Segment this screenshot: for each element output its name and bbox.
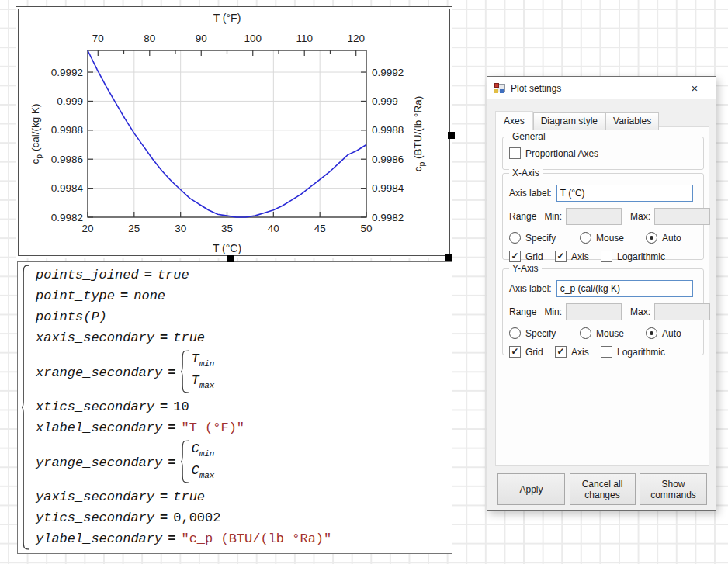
y-tick-label: 0.9982 xyxy=(51,212,83,223)
y-axis-title: cp (cal/(kg K) xyxy=(29,104,43,164)
y-mouse-radio[interactable] xyxy=(580,327,591,339)
vector-item: Cmax xyxy=(191,462,214,484)
x-mouse-radio[interactable] xyxy=(580,232,591,244)
code-value: 0,0002 xyxy=(173,510,220,525)
y-specify-radio[interactable] xyxy=(509,327,521,339)
close-button[interactable]: × xyxy=(678,77,712,99)
y-axis-checkbox[interactable]: ✓ xyxy=(555,346,567,358)
code-line-point_type[interactable]: point_type=none xyxy=(36,285,449,306)
cancel-all-changes-button[interactable]: Cancel all changes xyxy=(570,473,636,505)
apply-button[interactable]: Apply xyxy=(497,473,565,505)
code-line-xlabel_secondary[interactable]: xlabel_secondary="T (°F)" xyxy=(36,417,449,438)
dialog-titlebar[interactable]: Plot settings × xyxy=(487,77,716,99)
x-axis-checkbox[interactable]: ✓ xyxy=(555,251,567,262)
x-axis-check-label: Axis xyxy=(571,251,595,262)
tab-variables[interactable]: Variables xyxy=(605,112,659,130)
x-specify-radio[interactable] xyxy=(509,232,521,244)
x2-tick-label: 90 xyxy=(196,33,207,44)
code-line-ytics_secondary[interactable]: ytics_secondary=0,0002 xyxy=(36,507,449,528)
drag-handle-right[interactable] xyxy=(448,132,455,139)
vector-brace xyxy=(181,350,191,395)
tab-diagram-style[interactable]: Diagram style xyxy=(533,112,605,130)
x2-tick-label: 70 xyxy=(92,33,104,44)
code-line-yrange_secondary[interactable]: yrange_secondary=CminCmax xyxy=(36,438,449,486)
code-line-xtics_secondary[interactable]: xtics_secondary=10 xyxy=(36,396,449,417)
code-identifier: yrange_secondary xyxy=(36,455,162,470)
code-value: none xyxy=(133,289,165,303)
x-axis-label-input[interactable] xyxy=(556,185,693,202)
code-line-yaxis_secondary[interactable]: yaxis_secondary=true xyxy=(36,486,449,507)
y2-tick-label: 0.9982 xyxy=(372,212,404,223)
code-line-points[interactable]: points(P) xyxy=(36,306,449,327)
maximize-button[interactable] xyxy=(643,77,678,99)
y-axis-label-input[interactable] xyxy=(556,280,693,297)
x2-tick-label: 80 xyxy=(144,33,155,44)
x-log-checkbox[interactable]: ✓ xyxy=(601,251,612,262)
x-specify-label: Specify xyxy=(525,233,574,244)
vector-item-subscript: max xyxy=(199,381,215,390)
drag-handle-bottom[interactable] xyxy=(227,255,234,262)
code-identifier: points_joined xyxy=(36,268,139,282)
math-region[interactable]: points_joined=truepoint_type=nonepoints(… xyxy=(17,261,452,554)
show-commands-button[interactable]: Show commands xyxy=(640,473,707,505)
x-auto-radio[interactable] xyxy=(646,232,657,244)
code-line-ylabel_secondary[interactable]: ylabel_secondary="c_p (BTU/(lb °Ra)" xyxy=(36,528,449,549)
tab-strip: Axes Diagram style Variables xyxy=(495,110,659,130)
code-identifier: point_type xyxy=(36,289,115,303)
vector-item: Tmin xyxy=(191,351,214,372)
close-icon: × xyxy=(692,82,699,94)
x-tick-label: 40 xyxy=(268,223,279,234)
x2-tick-label: 100 xyxy=(244,33,262,44)
x-tick-label: 25 xyxy=(128,223,140,234)
y2-tick-label: 0.9988 xyxy=(372,124,404,136)
code-identifier: ylabel_secondary xyxy=(36,531,162,546)
code-assign-operator: = xyxy=(144,268,152,282)
x-auto-label: Auto xyxy=(662,233,681,244)
code-identifier: yaxis_secondary xyxy=(36,490,154,504)
app-icon xyxy=(494,82,505,94)
y-tick-label: 0.9988 xyxy=(51,124,83,136)
system-brace-path xyxy=(23,265,29,549)
x-min-input[interactable] xyxy=(566,208,622,225)
y-tick-label: 0.999 xyxy=(57,95,83,107)
x-max-input[interactable] xyxy=(654,208,710,225)
code-identifier: xrange_secondary xyxy=(36,365,162,380)
minimize-button[interactable] xyxy=(609,77,643,99)
plot-settings-dialog: Plot settings × Axes Diagram style Varia… xyxy=(487,76,716,511)
y-auto-radio[interactable] xyxy=(646,327,657,339)
tab-axes[interactable]: Axes xyxy=(495,111,533,130)
x-grid-checkbox[interactable]: ✓ xyxy=(509,251,521,262)
plot-parameters-list: points_joined=truepoint_type=nonepoints(… xyxy=(36,265,449,551)
vector-item-subscript: max xyxy=(199,471,215,480)
vector-item: Cmin xyxy=(191,441,214,462)
code-assign-operator: = xyxy=(168,455,175,470)
code-assign-operator: = xyxy=(120,289,128,303)
proportional-axes-checkbox[interactable]: ✓ xyxy=(509,147,521,159)
code-line-points_joined[interactable]: points_joined=true xyxy=(36,265,449,285)
code-arguments: (P) xyxy=(83,310,107,324)
group-x-axis-legend: X-Axis xyxy=(509,168,543,178)
x-tick-label: 20 xyxy=(81,223,93,234)
plot-region[interactable]: 202530354045507080901001101200.99820.998… xyxy=(16,6,452,258)
y2-tick-label: 0.9992 xyxy=(372,67,404,78)
y-max-input[interactable] xyxy=(654,303,710,320)
y2-tick-label: 0.999 xyxy=(372,95,398,107)
x-log-label: Logarithmic xyxy=(617,251,665,262)
code-value: 10 xyxy=(173,400,189,414)
y-grid-checkbox[interactable]: ✓ xyxy=(509,346,521,358)
code-line-xaxis_secondary[interactable]: xaxis_secondary=true xyxy=(36,327,449,348)
vector-brace xyxy=(181,440,191,485)
code-line-xrange_secondary[interactable]: xrange_secondary=TminTmax xyxy=(36,348,449,396)
y-log-checkbox[interactable]: ✓ xyxy=(601,346,612,358)
y2-axis-title: cp (BTU/(lb °Ra) xyxy=(412,96,426,172)
drag-handle-bottom-right[interactable] xyxy=(445,254,452,261)
y-axis-check-label: Axis xyxy=(571,347,595,358)
y2-tick-label: 0.9986 xyxy=(372,154,404,165)
y-auto-label: Auto xyxy=(662,328,681,339)
x-axis-title: T (°C) xyxy=(213,242,241,254)
plot-chart: 202530354045507080901001101200.99820.998… xyxy=(19,9,449,255)
dialog-buttons: Apply Cancel all changes Show commands xyxy=(497,473,707,505)
code-assign-operator: = xyxy=(168,420,175,435)
y-log-label: Logarithmic xyxy=(617,347,665,358)
y-min-input[interactable] xyxy=(566,303,622,320)
